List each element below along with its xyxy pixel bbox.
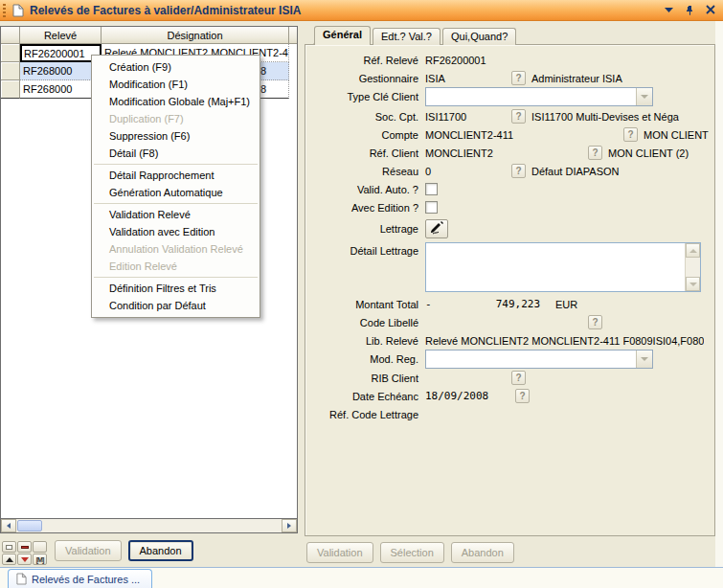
menu-item-edition-releve[interactable]: Edition Relevé <box>92 258 260 275</box>
menu-item-modification-globale[interactable]: Modification Globale (Maj+F1) <box>92 93 260 110</box>
row-selector[interactable] <box>1 44 20 62</box>
document-icon <box>12 4 24 17</box>
type-cle-client-dropdown[interactable] <box>425 87 653 106</box>
help-lookup-button[interactable]: ? <box>511 164 526 178</box>
help-lookup-button[interactable]: ? <box>511 71 526 85</box>
field-label: Lettrage <box>311 223 418 235</box>
field-avec-edition: Avec Edition ? <box>305 198 714 216</box>
tab-edt-val[interactable]: Edt.? Val.? <box>373 28 441 45</box>
cell-releve[interactable]: RF268000 <box>20 62 102 80</box>
field-value: ISI11700 <box>425 111 511 123</box>
selection-button[interactable]: Sélection <box>380 542 444 563</box>
chevron-down-icon[interactable] <box>636 351 652 368</box>
field-extra: MON CLIENT <box>644 129 709 141</box>
field-detail-lettrage: Détail Lettrage <box>305 242 714 292</box>
menu-separator <box>94 164 258 165</box>
valid-auto-checkbox[interactable] <box>425 183 438 195</box>
row-selector[interactable] <box>1 80 20 99</box>
chevron-down-icon[interactable] <box>636 88 652 105</box>
field-ref-client: Réf. Client MONCLIENT2 ? MON CLIENT (2) <box>305 144 714 162</box>
menu-item-suppression[interactable]: Suppression (F6) <box>92 127 260 145</box>
cell-releve[interactable]: RF26200001 <box>20 44 102 62</box>
abandon-button[interactable]: Abandon <box>451 542 514 563</box>
field-ref-code-lettrage: Réf. Code Lettrage <box>305 405 714 423</box>
field-lettrage: Lettrage <box>305 218 714 239</box>
field-compte: Compte MONCLIENT2-411 ? MON CLIENT <box>305 125 714 144</box>
help-lookup-button[interactable]: ? <box>623 127 638 142</box>
menu-item-duplication[interactable]: Duplication (F7) <box>92 110 260 127</box>
field-soc-cpt: Soc. Cpt. ISI11700 ? ISI11700 Multi-Devi… <box>305 107 714 125</box>
mod-reg-dropdown[interactable] <box>425 350 653 369</box>
avec-edition-checkbox[interactable] <box>425 201 438 214</box>
field-label: Montant Total <box>311 299 418 310</box>
tab-qui-quand[interactable]: Qui,Quand? <box>442 28 516 45</box>
menu-item-modification[interactable]: Modification (F1) <box>92 76 260 93</box>
drag-grip-icon[interactable] <box>3 4 6 17</box>
menu-item-validation-avec-edition[interactable]: Validation avec Edition <box>92 223 260 240</box>
pen-writing-icon <box>429 221 444 237</box>
scrollbar-thumb[interactable] <box>17 520 42 531</box>
multi-select-icon[interactable]: [M] <box>33 554 47 565</box>
field-value: 0 <box>425 166 511 177</box>
menu-item-generation-automatique[interactable]: Génération Automatique <box>92 184 260 201</box>
field-extra: Défaut DIAPASON <box>531 166 620 177</box>
vertical-scrollbar[interactable] <box>685 243 700 291</box>
menu-item-detail[interactable]: Détail (F8) <box>92 145 260 162</box>
window-tab-label: Relevés de Factures ... <box>32 574 140 585</box>
field-reseau: Réseau 0 ? Défaut DIAPASON <box>305 162 714 180</box>
move-up-icon[interactable] <box>2 554 16 565</box>
column-header-designation[interactable]: Désignation <box>102 27 289 44</box>
field-rib-client: RIB Client ? <box>305 369 714 387</box>
lettrage-button[interactable] <box>425 219 448 238</box>
menu-item-annulation-validation[interactable]: Annulation Validation Relevé <box>92 240 260 258</box>
scroll-right-icon[interactable] <box>282 519 297 532</box>
pin-icon[interactable] <box>683 3 696 16</box>
scroll-down-icon[interactable] <box>686 277 700 291</box>
help-lookup-button[interactable]: ? <box>515 389 530 403</box>
scroll-up-icon[interactable] <box>686 243 700 258</box>
blank-tool-icon[interactable] <box>33 541 47 553</box>
abandon-button[interactable]: Abandon <box>128 540 193 561</box>
field-montant-total: Montant Total - 749,223 EUR <box>305 295 714 313</box>
field-lib-releve: Lib. Relevé Relevé MONCLIENT2 MONCLIENT2… <box>305 331 714 350</box>
cell-releve[interactable]: RF268000 <box>20 80 102 99</box>
chevron-down-icon[interactable] <box>662 3 675 16</box>
close-icon[interactable] <box>704 3 717 16</box>
field-label: Gestionnaire <box>311 73 418 84</box>
menu-item-condition-par-defaut[interactable]: Condition par Défaut <box>92 297 260 314</box>
validation-button[interactable]: Validation <box>55 540 122 561</box>
document-icon <box>16 573 27 587</box>
field-value: Relevé MONCLIENT2 MONCLIENT2-411 F0809IS… <box>425 335 704 347</box>
move-down-icon[interactable] <box>17 554 32 565</box>
help-lookup-button[interactable]: ? <box>511 371 526 385</box>
menu-item-creation[interactable]: Création (F9) <box>92 58 260 76</box>
menu-item-definition-filtres[interactable]: Définition Filtres et Tris <box>92 280 260 297</box>
field-value: MONCLIENT2-411 <box>425 129 623 141</box>
help-lookup-button[interactable]: ? <box>511 109 526 124</box>
menu-item-validation-releve[interactable]: Validation Relevé <box>92 206 260 223</box>
menu-separator <box>94 203 258 204</box>
scroll-left-icon[interactable] <box>1 519 16 532</box>
field-label: Réseau <box>311 166 418 177</box>
field-label: Réf. Relevé <box>311 55 418 66</box>
scrollbar-track[interactable] <box>42 519 282 532</box>
row-selector-header[interactable] <box>1 27 20 44</box>
row-selector[interactable] <box>1 62 20 80</box>
tab-general[interactable]: Général <box>314 26 371 45</box>
field-label: Type Clé Client <box>311 91 418 102</box>
detail-lettrage-textarea[interactable] <box>425 242 701 292</box>
right-footer-toolbar: Validation Sélection Abandon <box>306 542 514 563</box>
menu-item-detail-rapprochement[interactable]: Détail Rapprochement <box>92 167 260 184</box>
column-header-filler <box>289 27 297 44</box>
help-lookup-button[interactable]: ? <box>588 315 602 329</box>
select-none-icon[interactable] <box>2 541 16 553</box>
validation-button[interactable]: Validation <box>306 542 373 563</box>
field-label: Compte <box>311 129 418 141</box>
column-header-releve[interactable]: Relevé <box>20 27 102 44</box>
remove-selection-icon[interactable] <box>17 541 32 553</box>
horizontal-scrollbar[interactable] <box>1 518 297 532</box>
help-lookup-button[interactable]: ? <box>588 146 602 160</box>
window-tab-releves[interactable]: Relevés de Factures ... <box>8 569 152 588</box>
currency-code: EUR <box>555 299 577 310</box>
field-label: RIB Client <box>311 373 418 384</box>
